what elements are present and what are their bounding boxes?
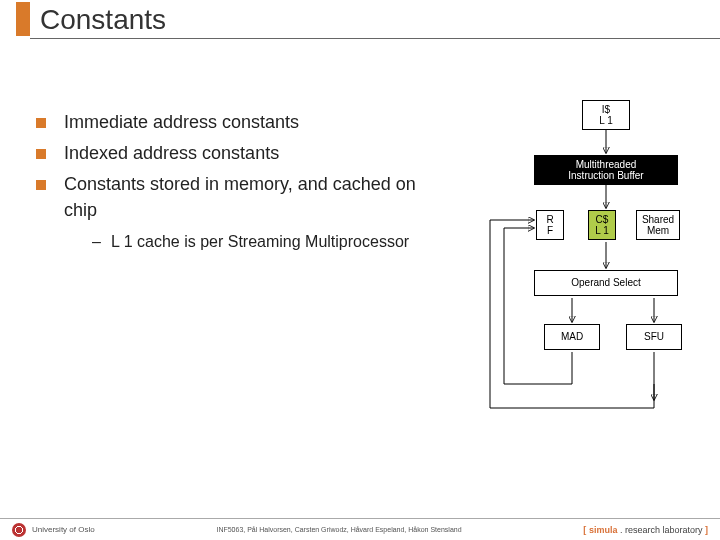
brand-bracket-close: ]: [705, 525, 708, 535]
list-item: Indexed address constants: [36, 141, 416, 166]
shared-mem-box: Shared Mem: [636, 210, 680, 240]
bullet-icon: [36, 180, 46, 190]
dash-icon: –: [92, 233, 101, 251]
operand-select-box: Operand Select: [534, 270, 678, 296]
list-item: Constants stored in memory, and cached o…: [36, 172, 416, 222]
sfu-box: SFU: [626, 324, 682, 350]
brand-rest: research laboratory: [625, 525, 703, 535]
sub-bullet-text: L 1 cache is per Streaming Multiprocesso…: [111, 233, 409, 251]
constant-cache-box: C$ L 1: [588, 210, 616, 240]
footer-credits: INF5063, Pål Halvorsen, Carsten Griwodz,…: [95, 526, 584, 533]
instruction-buffer-box: Multithreaded Instruction Buffer: [534, 155, 678, 185]
rf-box: R F: [536, 210, 564, 240]
bullet-icon: [36, 118, 46, 128]
footer: University of Oslo INF5063, Pål Halvorse…: [0, 518, 720, 540]
university-name: University of Oslo: [32, 525, 95, 534]
mad-box: MAD: [544, 324, 600, 350]
bullet-text: Constants stored in memory, and cached o…: [64, 172, 416, 222]
bullet-icon: [36, 149, 46, 159]
icache-box: I$ L 1: [582, 100, 630, 130]
footer-brand: [ simula . research laboratory ]: [583, 525, 708, 535]
bullet-list: Immediate address constants Indexed addr…: [36, 110, 416, 251]
slide-title: Constants: [40, 4, 166, 36]
brand-name: simula: [589, 525, 618, 535]
sub-list-item: – L 1 cache is per Streaming Multiproces…: [92, 233, 416, 251]
architecture-diagram: I$ L 1 Multithreaded Instruction Buffer …: [476, 100, 706, 420]
title-accent: [16, 2, 30, 36]
brand-bracket-open: [: [583, 525, 586, 535]
bullet-text: Immediate address constants: [64, 110, 299, 135]
list-item: Immediate address constants: [36, 110, 416, 135]
brand-dot: .: [620, 525, 623, 535]
university-crest-icon: [12, 523, 26, 537]
bullet-text: Indexed address constants: [64, 141, 279, 166]
title-underline: [30, 38, 720, 39]
footer-left: University of Oslo: [12, 523, 95, 537]
